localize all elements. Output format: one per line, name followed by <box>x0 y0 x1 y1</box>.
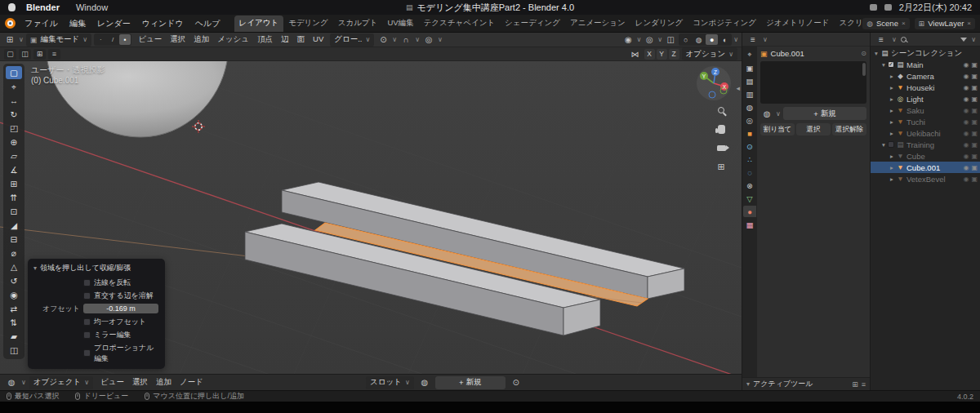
viewport-menu[interactable]: UV <box>309 34 327 45</box>
properties-tab[interactable]: ▥ <box>743 88 756 100</box>
properties-editor-icon[interactable]: ≡ <box>746 33 760 45</box>
perspective-toggle-button[interactable]: ⊞ <box>715 160 728 173</box>
camera-toggle-icon[interactable]: ▣ <box>971 130 978 137</box>
overlays-icon[interactable]: ◎ <box>643 34 656 46</box>
expand-icon[interactable]: ▾ <box>880 141 888 149</box>
camera-toggle-icon[interactable]: ▣ <box>971 153 978 160</box>
tool-button[interactable]: ◉ <box>6 288 22 301</box>
expand-icon[interactable]: ▸ <box>888 107 896 114</box>
tool-button[interactable]: ▢ <box>6 66 22 79</box>
shading-mode-button[interactable]: ● <box>706 34 718 45</box>
pin-icon[interactable]: ⊙ <box>861 50 866 57</box>
camera-toggle-icon[interactable]: ▣ <box>971 164 978 171</box>
properties-tab[interactable]: ◎ <box>743 114 756 126</box>
eye-icon[interactable]: ◉ <box>963 73 969 80</box>
slot-selector[interactable]: スロット ∨ <box>366 376 414 389</box>
workspace-tab[interactable]: レイアウト <box>234 16 284 32</box>
viewport-menu[interactable]: 面 <box>293 34 310 45</box>
assign-button[interactable]: 割り当て <box>760 123 795 135</box>
outliner-row[interactable]: ▸ ▼ Uekibachi ◉ ▣ <box>871 127 980 139</box>
outliner-row[interactable]: ▸ ▼ Cube ◉ ▣ <box>871 150 980 162</box>
shading-mode-button[interactable]: ◐ <box>719 34 731 45</box>
properties-tab[interactable]: ⊙ <box>743 140 756 152</box>
tool-option-icon[interactable]: ≡ <box>48 49 60 60</box>
tool-option-icon[interactable]: ▢ <box>4 49 16 60</box>
mirror-axis-toggle[interactable]: Y <box>657 49 667 60</box>
outliner-row[interactable]: ▸ ▼ Cube.001 ◉ ▣ <box>871 162 980 173</box>
eye-icon[interactable]: ◉ <box>963 84 969 91</box>
item-label[interactable]: Houseki <box>905 83 963 92</box>
topbar-menu[interactable]: ヘルプ <box>189 18 226 29</box>
checkbox[interactable] <box>83 292 91 300</box>
workspace-tab[interactable]: コンポジティング <box>688 16 761 32</box>
item-label[interactable]: Tuchi <box>905 118 963 127</box>
viewport-canvas[interactable]: ユーザー・透視投影 (0) Cube.001 ▢⌖↔↻◰⊕▱∡⊞⇈⊡◢⊟⌀△↺◉… <box>0 61 742 374</box>
properties-tab[interactable]: ⌖ <box>743 49 756 60</box>
tool-option-icon[interactable]: ◫ <box>19 49 31 60</box>
pivot-chevron[interactable]: ∨ <box>392 36 397 43</box>
expand-icon[interactable]: ▸ <box>888 95 896 103</box>
menubar-app-name[interactable]: Blender <box>26 2 60 12</box>
workspace-tab[interactable]: モデリング <box>283 16 333 32</box>
workspace-tab[interactable]: テクスチャペイント <box>419 16 501 32</box>
new-material-button[interactable]: + 新規 <box>435 376 506 389</box>
outliner-row[interactable]: ▸ ▼ Tuchi ◉ ▣ <box>871 116 980 127</box>
snap-chevron[interactable]: ∨ <box>415 36 420 43</box>
workspace-tab[interactable]: UV編集 <box>382 16 418 32</box>
camera-toggle-icon[interactable]: ▣ <box>971 118 978 126</box>
expand-icon[interactable]: ▸ <box>888 84 896 91</box>
tool-button[interactable]: ▱ <box>6 149 22 162</box>
item-label[interactable]: Main <box>905 60 963 69</box>
eye-icon[interactable]: ◉ <box>963 95 969 103</box>
eye-icon[interactable]: ◉ <box>963 164 969 171</box>
eye-icon[interactable]: ◉ <box>963 118 969 126</box>
apple-menu-icon[interactable] <box>8 3 16 11</box>
workspace-tab[interactable]: アニメーション <box>565 16 630 32</box>
tool-button[interactable]: ▰ <box>6 330 22 343</box>
item-label[interactable]: Camera <box>905 72 963 81</box>
editor-type-chevron[interactable]: ∨ <box>892 36 897 43</box>
topbar-menu[interactable]: ウィンドウ <box>136 18 189 29</box>
viewport-menu[interactable]: 頂点 <box>253 34 277 45</box>
workspace-tab[interactable]: シェーディング <box>500 16 565 32</box>
tool-button[interactable]: ⌖ <box>6 80 22 93</box>
viewport-menu[interactable]: 選択 <box>166 34 189 45</box>
n-panel-toggle-icon[interactable]: ◂ <box>736 84 740 92</box>
tool-button[interactable]: ⊞ <box>6 177 22 190</box>
shading-chevron[interactable]: ∨ <box>733 36 738 43</box>
breadcrumb-object-name[interactable]: Cube.001 <box>771 49 804 58</box>
tool-button[interactable]: ⊕ <box>6 135 22 149</box>
properties-tab[interactable]: ◍ <box>743 101 756 113</box>
item-label[interactable]: VetexBevel <box>905 175 963 184</box>
properties-tab[interactable]: ■ <box>743 127 756 139</box>
shader-menu[interactable]: 追加 <box>152 377 176 388</box>
mode-selector[interactable]: ▣ 編集モード ∨ <box>26 33 91 47</box>
camera-toggle-icon[interactable]: ▣ <box>971 95 978 103</box>
checkbox[interactable] <box>83 318 91 326</box>
menu-icon[interactable]: ≡ <box>862 380 866 389</box>
expand-icon[interactable]: ▾ <box>880 61 888 69</box>
tool-button[interactable]: ∡ <box>6 163 22 176</box>
options-dropdown[interactable]: オプション ∨ <box>682 47 737 60</box>
expand-icon[interactable]: ▸ <box>888 73 896 80</box>
expand-icon[interactable]: ▸ <box>888 153 896 160</box>
properties-tab[interactable]: ▣ <box>743 62 756 73</box>
tool-button[interactable]: ↺ <box>6 274 22 287</box>
menubar-clock[interactable]: 2月22日(木) 20:42 <box>899 2 972 14</box>
workspace-tab[interactable]: スクリプト作成 <box>834 16 862 32</box>
camera-toggle-icon[interactable]: ▣ <box>971 175 978 183</box>
expand-icon[interactable]: ▸ <box>888 175 896 183</box>
tool-button[interactable]: ⇄ <box>6 302 22 315</box>
offset-value-field[interactable]: -0.169 m <box>83 304 158 313</box>
tool-button[interactable]: ◢ <box>6 219 22 232</box>
item-label[interactable]: Saku <box>905 106 963 115</box>
filter-icon[interactable] <box>960 38 967 42</box>
status-icon[interactable] <box>884 4 892 11</box>
pivot-point-icon[interactable]: ⊙ <box>376 34 390 46</box>
zoom-button[interactable] <box>715 104 728 117</box>
topbar-menu[interactable]: ファイル <box>19 18 64 29</box>
collapse-icon[interactable]: ▾ <box>33 264 37 272</box>
snap-magnet-icon[interactable]: ∩ <box>399 34 412 46</box>
shader-menu[interactable]: ビュー <box>96 377 128 388</box>
visibility-chevron[interactable]: ∨ <box>636 36 641 43</box>
